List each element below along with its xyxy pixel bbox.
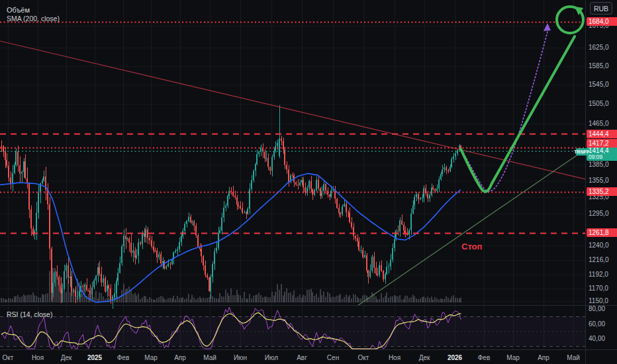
price-tick-1150,0: 1150,0: [589, 297, 608, 305]
price-badge-1335,2: 1335,2: [587, 187, 617, 196]
time-label-Апр: Апр: [174, 354, 186, 361]
price-badge-1417,2: 1417,2: [587, 139, 617, 148]
price-badge-1261,8: 1261,8: [587, 228, 617, 237]
time-label-Ноя: Ноя: [389, 354, 401, 361]
price-levels[interactable]: [0, 23, 585, 234]
time-label-Апр: Апр: [538, 354, 549, 361]
stop-annotation-label[interactable]: Стоп: [461, 242, 482, 251]
time-label-Июл: Июл: [265, 354, 278, 361]
price-tick-1355,0: 1355,0: [589, 177, 609, 185]
time-label-Мар: Мар: [506, 354, 520, 361]
currency-button[interactable]: RUB: [590, 2, 612, 15]
chart-window: Объём SMA (200, close) RSI (14, close) R…: [0, 0, 617, 364]
price-tick-1240,0: 1240,0: [589, 242, 609, 250]
time-label-2026: 2026: [448, 354, 462, 361]
forecast-purple-arrowhead: [544, 23, 551, 31]
price-tick-1295,0: 1295,0: [589, 210, 609, 218]
rsi-pane: [0, 307, 585, 349]
rsi-tick-80,00: 80,00: [589, 305, 605, 313]
price-tick-1505,0: 1505,0: [589, 100, 609, 108]
rsi-indicator-label: RSI (14, close): [7, 310, 52, 318]
current-price-badge: 1414,4 09:09: [587, 147, 617, 161]
legend-sma[interactable]: SMA (200, close): [7, 12, 60, 24]
price-tick-1192,0: 1192,0: [589, 271, 608, 279]
time-label-Фев: Фев: [478, 354, 490, 361]
sma-indicator-label: SMA (200, close): [7, 15, 60, 23]
forecast-purple-curve[interactable]: [461, 32, 547, 191]
candles: [1, 105, 461, 309]
price-tick-1385,0: 1385,0: [589, 161, 609, 169]
rsi-tick-60,00: 60,00: [589, 320, 605, 328]
ticker-tag: TRNFP: [576, 148, 588, 156]
price-tick-1625,0: 1625,0: [589, 44, 609, 52]
price-badge-1444,4: 1444,4: [587, 130, 617, 138]
time-label-Дек: Дек: [419, 354, 430, 361]
price-tick-1465,0: 1465,0: [589, 120, 609, 128]
price-tick-1545,0: 1545,0: [589, 81, 609, 89]
price-tick-1216,0: 1216,0: [589, 256, 609, 264]
time-label-Дек: Дек: [61, 354, 72, 361]
bar-countdown: 09:09: [589, 154, 617, 160]
time-label-Фев: Фев: [117, 354, 129, 361]
time-label-2025: 2025: [87, 354, 102, 361]
chart-canvas[interactable]: [0, 0, 617, 364]
time-label-Авг: Авг: [297, 354, 307, 361]
time-label-Окт: Окт: [3, 354, 14, 361]
price-badge-1684,0: 1684,0: [587, 17, 617, 26]
time-label-Май: Май: [567, 354, 580, 361]
time-label-Июн: Июн: [234, 354, 247, 361]
price-tick-1585,0: 1585,0: [589, 62, 609, 70]
time-label-Окт: Окт: [358, 354, 369, 361]
volume-histogram: [1, 268, 461, 302]
time-label-Май: Май: [203, 354, 216, 361]
time-label-Мар: Мар: [144, 354, 158, 361]
price-tick-1170,0: 1170,0: [589, 285, 608, 293]
time-label-Сен: Сен: [327, 354, 339, 361]
legend-rsi[interactable]: RSI (14, close): [7, 308, 52, 320]
time-label-Ноя: Ноя: [32, 354, 44, 361]
rsi-tick-40,00: 40,00: [589, 335, 605, 343]
